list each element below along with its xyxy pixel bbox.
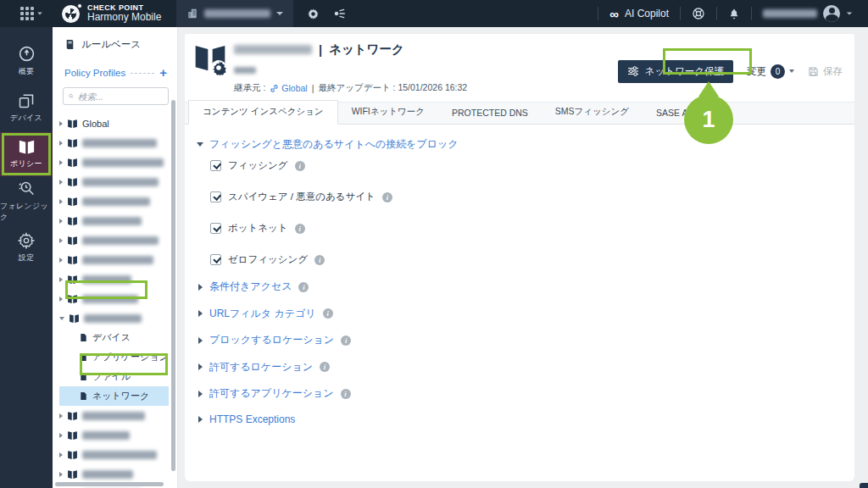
spyware-checkbox[interactable] bbox=[210, 191, 221, 202]
tree-item[interactable] bbox=[59, 172, 177, 191]
tree-item[interactable] bbox=[59, 289, 177, 308]
tree-item[interactable] bbox=[59, 191, 177, 211]
tree-item-expanded-profile[interactable] bbox=[59, 308, 177, 328]
tree-child-applications[interactable]: アプリケーション bbox=[59, 347, 177, 367]
inherited-link[interactable]: Global bbox=[270, 83, 307, 93]
broadcast-icon bbox=[333, 8, 347, 19]
save-button[interactable]: 保存 bbox=[808, 65, 843, 78]
section-allowed-locations[interactable]: 許可するロケーション i bbox=[198, 360, 839, 374]
tree-child-files[interactable]: ファイル bbox=[59, 367, 177, 386]
tree-item-redacted bbox=[84, 314, 142, 323]
section-conditional-access[interactable]: 条件付きアクセス i bbox=[198, 280, 839, 294]
tree-item[interactable] bbox=[59, 211, 177, 230]
tab-protected-dns[interactable]: PROTECTED DNS bbox=[438, 103, 542, 124]
global-settings-button[interactable] bbox=[307, 8, 320, 20]
add-profile-button[interactable]: + bbox=[159, 66, 167, 79]
info-icon[interactable]: i bbox=[320, 362, 330, 372]
profile-book-icon bbox=[67, 138, 78, 148]
profile-book-icon bbox=[69, 313, 80, 324]
expand-arrow-icon bbox=[198, 363, 203, 370]
section-blocked-locations[interactable]: ブロックするロケーション i bbox=[198, 333, 839, 347]
tab-sms-phishing[interactable]: SMSフィッシング bbox=[542, 101, 643, 124]
sidebar-item-rulebase[interactable]: ルールベース bbox=[53, 27, 177, 59]
info-icon[interactable]: i bbox=[314, 255, 325, 265]
info-icon[interactable]: i bbox=[298, 282, 309, 292]
section-label: 条件付きアクセス bbox=[209, 280, 292, 294]
botnet-checkbox[interactable] bbox=[210, 223, 221, 234]
tree-item[interactable] bbox=[59, 152, 177, 172]
tree-child-network-selected[interactable]: ネットワーク bbox=[59, 386, 169, 406]
vertical-scrollbar[interactable] bbox=[171, 100, 175, 471]
section-allowed-applications[interactable]: 許可するアプリケーション i bbox=[198, 386, 839, 401]
title-block: | ネットワーク 継承元 : Global | 最終アップデート : 15/01… bbox=[234, 42, 618, 94]
network-protection-button[interactable]: ネットワーク保護 bbox=[618, 60, 733, 83]
search-input[interactable] bbox=[78, 92, 163, 102]
tree-item[interactable] bbox=[59, 269, 177, 289]
tab-wifi-network[interactable]: WIFIネットワーク bbox=[338, 101, 438, 124]
tree-item-label: デバイス bbox=[92, 331, 131, 344]
section-url-filter-categories[interactable]: URLフィルタ カテゴリ i bbox=[198, 307, 839, 321]
rail-item-label: デバイス bbox=[10, 113, 42, 124]
tree-item-label: Global bbox=[82, 119, 109, 129]
tab-content-inspection[interactable]: コンテンツ インスペクション bbox=[188, 100, 338, 125]
tree-item[interactable] bbox=[59, 445, 177, 464]
section-label: 許可するアプリケーション bbox=[209, 386, 334, 401]
notifications-button[interactable] bbox=[728, 8, 740, 20]
changes-dropdown[interactable]: 変更 0 bbox=[747, 64, 794, 79]
tree-item-global[interactable]: Global bbox=[59, 114, 177, 133]
rail-item-overview[interactable]: 概要 bbox=[0, 39, 53, 83]
rail-item-label: ポリシー bbox=[10, 158, 42, 169]
expand-arrow-icon[interactable] bbox=[59, 121, 63, 126]
tree-item-redacted bbox=[82, 256, 153, 264]
help-lifering-icon bbox=[692, 7, 705, 20]
info-icon[interactable]: i bbox=[382, 192, 392, 202]
changes-count-badge: 0 bbox=[771, 64, 785, 79]
tenant-selector[interactable] bbox=[176, 0, 293, 27]
info-icon[interactable]: i bbox=[295, 224, 305, 234]
rail-item-settings[interactable]: 設定 bbox=[0, 225, 53, 269]
info-icon[interactable]: i bbox=[295, 161, 305, 171]
rail-item-forensics[interactable]: フォレンジック bbox=[0, 179, 53, 223]
title-separator: | bbox=[319, 43, 322, 57]
user-avatar-icon bbox=[823, 5, 840, 22]
settings-gear-icon bbox=[18, 232, 35, 249]
tree-item[interactable] bbox=[59, 133, 177, 152]
profile-book-icon bbox=[67, 197, 78, 207]
checkpoint-logo bbox=[62, 5, 80, 23]
rail-item-policy[interactable]: ポリシー bbox=[0, 132, 53, 176]
profile-search[interactable] bbox=[63, 87, 169, 105]
section-https-exceptions[interactable]: HTTPS Exceptions bbox=[198, 413, 839, 425]
phishing-checkbox[interactable] bbox=[210, 160, 221, 171]
horizontal-scrollbar[interactable] bbox=[55, 482, 164, 486]
policy-page-icon bbox=[79, 391, 88, 401]
help-button[interactable] bbox=[692, 7, 705, 20]
tree-item[interactable] bbox=[59, 425, 177, 445]
policy-profiles-label[interactable]: Policy Profiles bbox=[64, 68, 125, 78]
app-switcher-button[interactable] bbox=[0, 7, 43, 20]
user-menu[interactable] bbox=[763, 5, 853, 22]
infinity-icon: ∞ bbox=[609, 7, 619, 21]
collapse-arrow-icon[interactable] bbox=[59, 317, 64, 320]
broadcast-button[interactable] bbox=[333, 8, 347, 19]
tree-item[interactable] bbox=[59, 406, 177, 425]
product-name: Harmony Mobile bbox=[87, 12, 161, 23]
tree-item[interactable] bbox=[59, 250, 177, 269]
section-phishing-block[interactable]: フィッシングと悪意のあるサイトへの接続をブロック bbox=[197, 137, 839, 152]
tree-item[interactable] bbox=[59, 230, 177, 250]
info-icon[interactable]: i bbox=[341, 389, 351, 399]
profile-book-icon bbox=[67, 294, 78, 304]
username-redacted bbox=[763, 9, 817, 18]
tree-item-label: ネットワーク bbox=[92, 390, 149, 402]
link-icon bbox=[270, 84, 279, 93]
rail-item-devices[interactable]: デバイス bbox=[0, 86, 53, 130]
policy-page-icon bbox=[79, 372, 88, 381]
page-title: | ネットワーク bbox=[234, 42, 618, 58]
tree-child-devices[interactable]: デバイス bbox=[59, 328, 177, 347]
collapse-arrow-icon bbox=[197, 142, 203, 147]
zero-phishing-checkbox[interactable] bbox=[210, 254, 221, 265]
info-icon[interactable]: i bbox=[323, 308, 333, 319]
tree-item[interactable] bbox=[59, 464, 177, 484]
checkbox-label: ゼロフィッシング bbox=[228, 253, 308, 266]
info-icon[interactable]: i bbox=[341, 336, 351, 346]
ai-copilot-button[interactable]: ∞ AI Copilot bbox=[609, 7, 669, 21]
